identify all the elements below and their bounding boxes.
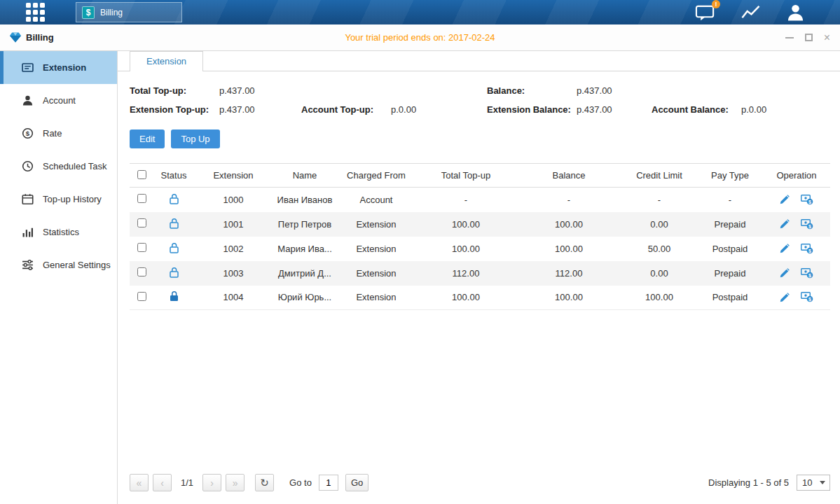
column-header-charged-from: Charged From <box>337 164 415 188</box>
page-size-select[interactable]: 10 <box>797 475 830 491</box>
top-up-icon[interactable] <box>801 292 813 302</box>
cell-extension: 1004 <box>194 286 273 310</box>
page-size-value: 10 <box>802 477 812 488</box>
row-checkbox[interactable] <box>137 218 146 227</box>
window-title: Billing <box>26 32 54 43</box>
next-page-button[interactable]: › <box>202 474 221 491</box>
row-checkbox[interactable] <box>137 267 146 276</box>
cell-pay-type: Prepaid <box>697 261 763 286</box>
top-up-icon[interactable] <box>801 268 813 279</box>
select-all-checkbox[interactable] <box>137 170 146 179</box>
summary-account-balance: Account Balance:p.0.00 <box>652 104 830 115</box>
unlocked-icon <box>169 242 179 253</box>
topbar-billing-tab[interactable]: $ Billing <box>76 2 182 22</box>
edit-button[interactable]: Edit <box>130 130 165 148</box>
extension-table: Status Extension Name Charged From Total… <box>130 163 830 310</box>
column-header-pay-type: Pay Type <box>697 164 763 188</box>
topbar: $ Billing ! <box>0 0 840 24</box>
rate-icon <box>22 127 34 139</box>
top-up-icon[interactable] <box>801 219 813 230</box>
sidebar-item-label: Statistics <box>43 227 79 237</box>
sidebar-item-account[interactable]: Account <box>0 84 117 117</box>
unlocked-icon <box>169 193 179 204</box>
column-header-credit-limit: Credit Limit <box>621 164 697 188</box>
maximize-icon[interactable] <box>805 34 813 41</box>
cell-pay-type: Prepaid <box>697 212 763 237</box>
billing-logo-icon <box>10 32 21 43</box>
sidebar-item-scheduled-task[interactable]: Scheduled Task <box>0 150 117 183</box>
account-icon <box>22 94 34 106</box>
summary-value: p.437.00 <box>219 104 255 115</box>
column-header-total-topup: Total Top-up <box>415 164 516 188</box>
trial-notice: Your trial period ends on: 2017-02-24 <box>0 32 840 43</box>
sidebar-item-extension[interactable]: Extension <box>0 51 117 84</box>
tab-extension[interactable]: Extension <box>130 51 203 71</box>
minimize-icon[interactable] <box>785 37 794 38</box>
cell-charged-from: Extension <box>337 286 415 310</box>
cell-extension: 1001 <box>194 212 273 237</box>
extension-icon <box>22 62 34 74</box>
sidebar: Extension Account Rate Scheduled Task To… <box>0 51 118 504</box>
cell-total-topup: 100.00 <box>415 286 516 310</box>
sidebar-item-label: Scheduled Task <box>43 161 107 172</box>
unlocked-icon <box>169 218 179 229</box>
dropdown-caret-icon <box>820 481 825 484</box>
sidebar-item-rate[interactable]: Rate <box>0 117 117 150</box>
cell-name: Юрий Юрь... <box>273 286 337 310</box>
top-up-icon[interactable] <box>801 244 813 254</box>
statistics-chart-icon[interactable] <box>741 4 761 21</box>
app-launcher-icon[interactable] <box>26 3 45 22</box>
window-titlebar: Billing Your trial period ends on: 2017-… <box>0 24 840 51</box>
pagination-bar: « ‹ 1/1 › » ↻ Go to Go Displaying 1 - 5 … <box>130 470 830 498</box>
goto-page-input[interactable] <box>319 475 338 491</box>
table-row: 1000 Иван Иванов Account - - - - <box>130 188 830 212</box>
locked-icon <box>169 290 179 302</box>
main-panel: Extension Total Top-up:p.437.00 Balance:… <box>118 51 840 504</box>
cell-credit-limit: 0.00 <box>621 212 697 237</box>
top-up-icon[interactable] <box>801 195 813 205</box>
cell-charged-from: Account <box>337 188 415 212</box>
cell-pay-type: Postpaid <box>697 237 763 261</box>
edit-icon[interactable] <box>780 244 790 253</box>
sidebar-item-general-settings[interactable]: General Settings <box>0 248 117 281</box>
sidebar-item-label: Rate <box>43 128 62 139</box>
column-header-extension: Extension <box>194 164 273 188</box>
sidebar-item-label: Account <box>43 95 76 106</box>
messages-icon[interactable]: ! <box>695 4 715 22</box>
summary-row-1: Total Top-up:p.437.00 Balance:p.437.00 <box>130 85 830 96</box>
top-up-button[interactable]: Top Up <box>171 130 219 148</box>
first-page-button[interactable]: « <box>130 474 149 491</box>
edit-icon[interactable] <box>780 195 790 204</box>
edit-icon[interactable] <box>780 219 790 229</box>
unlocked-icon <box>169 267 179 278</box>
cell-extension: 1003 <box>194 261 273 286</box>
go-button[interactable]: Go <box>345 474 369 491</box>
cell-name: Мария Ива... <box>273 237 337 261</box>
cell-name: Дмитрий Д... <box>273 261 337 286</box>
last-page-button[interactable]: » <box>226 474 245 491</box>
row-checkbox[interactable] <box>137 243 146 252</box>
summary-extension-balance: Extension Balance:p.437.00 <box>487 104 652 115</box>
row-checkbox[interactable] <box>137 292 146 301</box>
row-checkbox[interactable] <box>137 194 146 203</box>
refresh-button[interactable]: ↻ <box>255 474 274 491</box>
summary-account-topup: Account Top-up:p.0.00 <box>301 104 487 115</box>
sidebar-item-topup-history[interactable]: Top-up History <box>0 183 117 216</box>
close-icon[interactable]: × <box>824 32 830 43</box>
edit-icon[interactable] <box>780 293 790 302</box>
summary-label: Extension Balance: <box>487 104 577 115</box>
cell-charged-from: Extension <box>337 261 415 286</box>
user-account-icon[interactable] <box>786 4 805 21</box>
summary-label: Total Top-up: <box>130 85 219 96</box>
cell-name: Петр Петров <box>273 212 337 237</box>
sidebar-item-statistics[interactable]: Statistics <box>0 216 117 248</box>
edit-icon[interactable] <box>780 268 790 278</box>
summary-label: Account Top-up: <box>301 104 391 115</box>
page-indicator: 1/1 <box>181 477 193 488</box>
cell-total-topup: 112.00 <box>415 261 516 286</box>
summary-value: p.0.00 <box>391 104 416 115</box>
prev-page-button[interactable]: ‹ <box>153 474 172 491</box>
sliders-icon <box>22 259 34 271</box>
bar-chart-icon <box>22 226 34 238</box>
calendar-icon <box>22 193 34 205</box>
